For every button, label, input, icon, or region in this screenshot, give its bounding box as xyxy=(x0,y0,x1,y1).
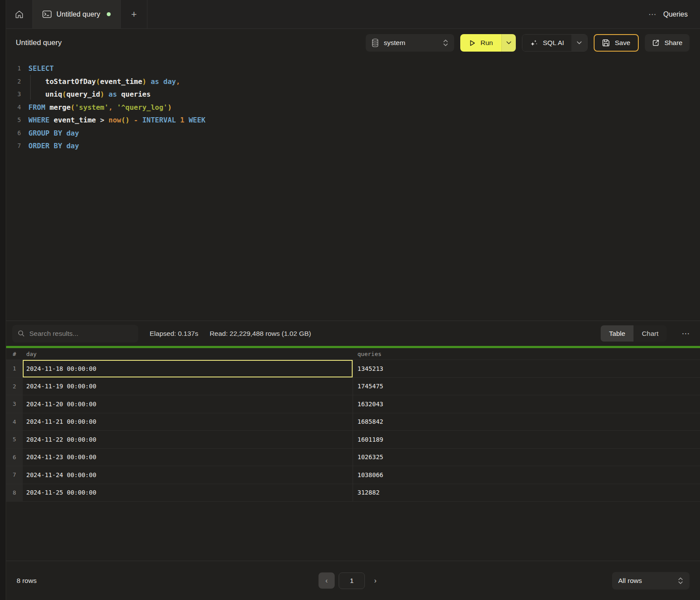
cell-queries[interactable]: 1685842 xyxy=(353,413,700,431)
row-number: 3 xyxy=(6,395,23,413)
sql-console: Untitled query + ⋯ Queries Untitled quer… xyxy=(6,0,700,600)
row-count-label: 8 rows xyxy=(17,577,37,585)
view-switcher: Table Chart xyxy=(601,325,667,342)
cell-day[interactable]: 2024-11-22 00:00:00 xyxy=(23,431,353,448)
row-number: 6 xyxy=(6,449,23,466)
row-number: 1 xyxy=(6,360,23,377)
cell-day[interactable]: 2024-11-18 00:00:00 xyxy=(23,360,353,377)
save-button[interactable]: Save xyxy=(594,34,638,52)
cell-day[interactable]: 2024-11-19 00:00:00 xyxy=(23,378,353,395)
pagination-next-button[interactable]: › xyxy=(369,572,382,589)
cell-queries[interactable]: 1632043 xyxy=(353,395,700,413)
code-text: FROM merge('system', '^query_log') xyxy=(21,101,172,114)
pagination-prev-button[interactable]: ‹ xyxy=(318,572,335,589)
updown-chevron-icon xyxy=(678,577,683,585)
results-table-body: 12024-11-18 00:00:00134521322024-11-19 0… xyxy=(6,360,700,502)
cell-queries[interactable]: 312882 xyxy=(353,484,700,502)
sql-ai-options-button[interactable] xyxy=(571,35,587,51)
plus-icon: + xyxy=(131,9,137,20)
cell-day[interactable]: 2024-11-25 00:00:00 xyxy=(23,484,353,502)
chevron-right-icon: › xyxy=(374,577,376,585)
sparkles-icon xyxy=(530,39,538,47)
unsaved-indicator-dot xyxy=(107,12,111,16)
results-more-button[interactable]: ⋯ xyxy=(678,328,694,338)
results-empty-area xyxy=(6,502,700,561)
sql-editor[interactable]: 1SELECT2 toStartOfDay(event_time) as day… xyxy=(6,57,700,321)
code-line: 2 toStartOfDay(event_time) as day, xyxy=(6,75,700,88)
line-number: 5 xyxy=(6,114,21,127)
line-number: 1 xyxy=(6,62,21,75)
read-label: Read: 22,229,488 rows (1.02 GB) xyxy=(210,330,311,338)
column-header-day[interactable]: day xyxy=(23,351,353,357)
terminal-icon xyxy=(42,10,52,18)
share-button[interactable]: Share xyxy=(645,34,690,52)
chevron-down-icon xyxy=(506,41,511,45)
table-row: 82024-11-25 00:00:00312882 xyxy=(6,484,700,502)
results-toolbar: Elapsed: 0.137s Read: 22,229,488 rows (1… xyxy=(6,321,700,346)
home-icon xyxy=(14,10,24,19)
tab-table[interactable]: Table xyxy=(601,325,634,342)
tab-untitled-query[interactable]: Untitled query xyxy=(33,0,121,28)
queries-panel-toggle[interactable]: ⋯ Queries xyxy=(648,0,700,28)
home-button[interactable] xyxy=(6,0,33,28)
collapsed-sidebar[interactable] xyxy=(0,0,6,600)
column-header-index: # xyxy=(6,351,23,357)
pagination: ‹ 1 › xyxy=(318,572,382,589)
pagination-page-button[interactable]: 1 xyxy=(339,572,365,589)
code-line: 5WHERE event_time > now() - INTERVAL 1 W… xyxy=(6,114,700,127)
elapsed-label: Elapsed: 0.137s xyxy=(150,330,198,338)
database-selector-value: system xyxy=(384,39,438,47)
run-split-button: Run xyxy=(460,34,515,52)
cell-queries[interactable]: 1038066 xyxy=(353,466,700,484)
code-line: 7ORDER BY day xyxy=(6,140,700,153)
ellipsis-icon: ⋯ xyxy=(648,10,657,19)
table-row: 72024-11-24 00:00:001038066 xyxy=(6,466,700,484)
database-selector[interactable]: system xyxy=(366,34,454,52)
code-text: toStartOfDay(event_time) as day, xyxy=(21,75,180,88)
cell-queries[interactable]: 1026325 xyxy=(353,449,700,466)
code-line: 6GROUP BY day xyxy=(6,127,700,140)
query-toolbar: Untitled query system xyxy=(6,29,700,57)
line-number: 2 xyxy=(6,75,21,88)
table-row: 42024-11-21 00:00:001685842 xyxy=(6,413,700,431)
cell-day[interactable]: 2024-11-23 00:00:00 xyxy=(23,449,353,466)
run-options-button[interactable] xyxy=(501,34,516,52)
cell-queries[interactable]: 1345213 xyxy=(353,360,700,377)
search-box[interactable] xyxy=(12,325,138,342)
code-line: 3 uniq(query_id) as queries xyxy=(6,88,700,101)
column-header-queries[interactable]: queries xyxy=(353,351,700,357)
code-text: uniq(query_id) as queries xyxy=(21,88,150,101)
row-number: 8 xyxy=(6,484,23,502)
chevron-down-icon xyxy=(577,41,582,45)
play-icon xyxy=(469,39,476,47)
results-footer: 8 rows ‹ 1 › All rows xyxy=(6,561,700,600)
code-text: GROUP BY day xyxy=(21,127,79,140)
tab-bar: Untitled query + ⋯ Queries xyxy=(6,0,700,29)
cell-queries[interactable]: 1601189 xyxy=(353,431,700,448)
updown-chevron-icon xyxy=(443,39,448,47)
save-icon xyxy=(602,39,610,47)
cell-day[interactable]: 2024-11-24 00:00:00 xyxy=(23,466,353,484)
cell-day[interactable]: 2024-11-21 00:00:00 xyxy=(23,413,353,431)
page-size-selector[interactable]: All rows xyxy=(612,572,690,590)
code-line: 1SELECT xyxy=(6,62,700,75)
line-number: 7 xyxy=(6,140,21,153)
line-number: 4 xyxy=(6,101,21,114)
page-size-value: All rows xyxy=(618,577,673,585)
chevron-left-icon: ‹ xyxy=(326,577,328,585)
sql-ai-split-button: SQL AI xyxy=(522,34,588,52)
save-label: Save xyxy=(615,39,630,47)
search-icon xyxy=(18,330,25,337)
search-input[interactable] xyxy=(29,330,133,338)
cell-day[interactable]: 2024-11-20 00:00:00 xyxy=(23,395,353,413)
row-number: 2 xyxy=(6,378,23,395)
ellipsis-icon: ⋯ xyxy=(682,329,690,338)
tab-chart[interactable]: Chart xyxy=(634,325,667,342)
code-lines: 1SELECT2 toStartOfDay(event_time) as day… xyxy=(6,62,700,153)
run-button[interactable]: Run xyxy=(460,34,501,52)
cell-queries[interactable]: 1745475 xyxy=(353,378,700,395)
row-number: 5 xyxy=(6,431,23,448)
code-line: 4FROM merge('system', '^query_log') xyxy=(6,101,700,114)
sql-ai-button[interactable]: SQL AI xyxy=(522,35,572,51)
new-tab-button[interactable]: + xyxy=(121,0,147,28)
